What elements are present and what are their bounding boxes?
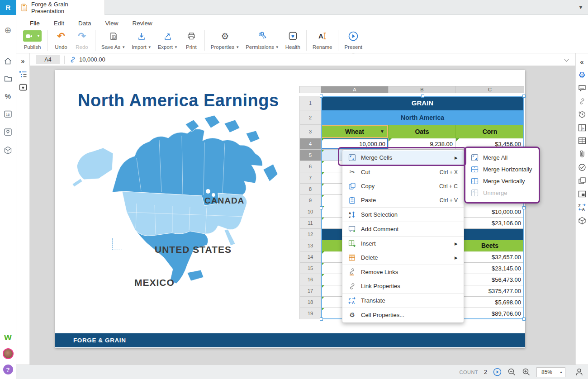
fields-panel-icon[interactable]: fx: [578, 124, 586, 132]
tasks-check-icon[interactable]: [578, 163, 586, 171]
cell-wheat-header[interactable]: Wheat▼: [321, 125, 389, 138]
row-header[interactable]: 9: [299, 195, 321, 206]
table-panel-icon[interactable]: [578, 137, 586, 144]
cell[interactable]: $89,706.00: [456, 308, 524, 319]
row-header[interactable]: 5: [299, 150, 321, 161]
cube-icon[interactable]: [4, 146, 12, 155]
row-header[interactable]: 11: [299, 218, 321, 229]
publish-button[interactable]: ▼ Publish: [20, 29, 45, 51]
cell-corn-header[interactable]: Corn: [456, 125, 524, 138]
user-avatar[interactable]: [3, 348, 14, 359]
menu-item-copy[interactable]: CopyCtrl + C: [342, 179, 464, 193]
row-header[interactable]: 12: [299, 229, 321, 240]
cell-grain-title[interactable]: GRAIN: [321, 96, 524, 110]
cell-north-america[interactable]: North America: [321, 110, 524, 125]
menu-item-cut[interactable]: ✂ CutCtrl + X: [342, 165, 464, 179]
row-header[interactable]: 1: [299, 96, 321, 110]
slide-health-icon[interactable]: [19, 84, 27, 91]
undo-button[interactable]: ↶ Undo: [51, 29, 71, 51]
zoom-out-icon[interactable]: [507, 368, 516, 376]
selection-handle[interactable]: [421, 95, 424, 98]
outline-tree-icon[interactable]: [19, 71, 27, 78]
row-header[interactable]: 4: [299, 138, 321, 150]
document-tab[interactable]: Forge & Grain Presentation: [16, 0, 105, 15]
selection-handle[interactable]: [320, 206, 323, 209]
publish-dropdown-icon[interactable]: ▼: [35, 30, 42, 42]
cell-beets-header[interactable]: Beets: [456, 240, 524, 251]
selection-handle[interactable]: [522, 95, 526, 98]
home-icon[interactable]: [4, 57, 12, 65]
menu-item-translate[interactable]: ZA Translate: [342, 294, 464, 308]
menu-item-merge-cells[interactable]: Merge Cells▶: [342, 151, 464, 165]
cell[interactable]: 9,238.00: [389, 138, 456, 150]
help-icon[interactable]: ?: [3, 365, 13, 374]
menu-item-cell-properties[interactable]: ⚙ Cell Properties...: [342, 308, 464, 322]
calendar-icon[interactable]: 16: [4, 110, 12, 118]
row-header[interactable]: 13: [299, 240, 321, 251]
health-button[interactable]: Health: [282, 29, 303, 51]
submenu-item-merge-vertically[interactable]: Merge Vertically: [465, 175, 539, 187]
menu-item-paste[interactable]: PasteCtrl + V: [342, 193, 464, 207]
cell[interactable]: $10,000.00: [456, 206, 524, 218]
submenu-item-merge-all[interactable]: Merge All: [465, 152, 539, 163]
folder-icon[interactable]: [4, 75, 12, 82]
cell[interactable]: $23,145.00: [456, 263, 524, 274]
column-header-c[interactable]: C: [456, 86, 524, 93]
objects-cube-icon[interactable]: [578, 217, 586, 225]
number-format-icon[interactable]: %: [5, 92, 11, 100]
import-button[interactable]: Import▼: [128, 29, 155, 51]
menu-item-link-properties[interactable]: Link Properties: [342, 279, 464, 293]
version-history-icon[interactable]: [578, 110, 586, 118]
selection-handle[interactable]: [522, 206, 526, 209]
slide-title[interactable]: North America Earnings: [78, 91, 279, 110]
rename-button[interactable]: A Rename: [309, 29, 335, 51]
column-header-b[interactable]: B: [389, 86, 456, 93]
row-header[interactable]: 16: [299, 274, 321, 285]
workdrive-logo[interactable]: w: [4, 332, 11, 342]
menu-item-insert[interactable]: Insert▶: [342, 237, 464, 251]
app-logo[interactable]: R: [0, 0, 16, 15]
settings-gear-icon[interactable]: ⚙: [578, 71, 585, 79]
cell[interactable]: $56,473.00: [456, 274, 524, 285]
north-america-map[interactable]: CANADA UNTED STATES MEXICO: [69, 115, 304, 314]
cell-oats-header[interactable]: Oats: [389, 125, 456, 138]
tips-icon[interactable]: [4, 128, 12, 136]
expand-panel-icon[interactable]: »: [21, 57, 24, 65]
menu-item-sort-selection[interactable]: AZ Sort Selection: [342, 208, 464, 222]
formula-input[interactable]: 10,000.00: [79, 56, 105, 63]
slide-panel-icon[interactable]: [578, 190, 586, 198]
submenu-item-merge-horizontally[interactable]: Merge Horizontally: [465, 163, 539, 175]
zoom-level-input[interactable]: [536, 367, 557, 377]
permissions-button[interactable]: Permissions▼: [242, 29, 282, 51]
row-header[interactable]: 17: [299, 285, 321, 297]
new-document-icon[interactable]: ⊕: [5, 25, 12, 35]
row-header[interactable]: 8: [299, 184, 321, 195]
filter-dropdown-icon[interactable]: ▼: [380, 129, 384, 134]
menu-item-remove-links[interactable]: Remove Links: [342, 265, 464, 279]
row-header[interactable]: 10: [299, 206, 321, 218]
cell[interactable]: $32,657.00: [456, 251, 524, 263]
editor-canvas[interactable]: North America Earnings: [30, 66, 575, 365]
column-header-a[interactable]: A: [321, 86, 389, 93]
save-as-button[interactable]: A Save As▼: [98, 29, 128, 51]
row-header[interactable]: 14: [299, 251, 321, 263]
stats-cycle-icon[interactable]: [493, 368, 502, 376]
formula-bar-expand-icon[interactable]: [564, 57, 569, 62]
row-header[interactable]: 7: [299, 172, 321, 184]
active-cell-a4[interactable]: 10,000.00: [321, 138, 389, 150]
selection-handle[interactable]: [320, 95, 323, 98]
selection-handle[interactable]: [522, 317, 526, 321]
row-header[interactable]: 18: [299, 297, 321, 308]
cell[interactable]: $23,106.00: [456, 218, 524, 229]
row-header[interactable]: 6: [299, 161, 321, 172]
redo-button[interactable]: ↷ Redo: [71, 29, 92, 51]
comments-icon[interactable]: [578, 85, 586, 92]
row-header[interactable]: 2: [299, 110, 321, 125]
zoom-spinner[interactable]: ▲: [557, 367, 565, 377]
cell[interactable]: $5,698.00: [456, 297, 524, 308]
cell[interactable]: $375,477.00: [456, 285, 524, 297]
copies-icon[interactable]: [578, 177, 586, 185]
selection-handle[interactable]: [320, 317, 323, 321]
print-button[interactable]: Print: [181, 29, 202, 51]
properties-button[interactable]: ⚙ Properties▼: [208, 29, 242, 51]
